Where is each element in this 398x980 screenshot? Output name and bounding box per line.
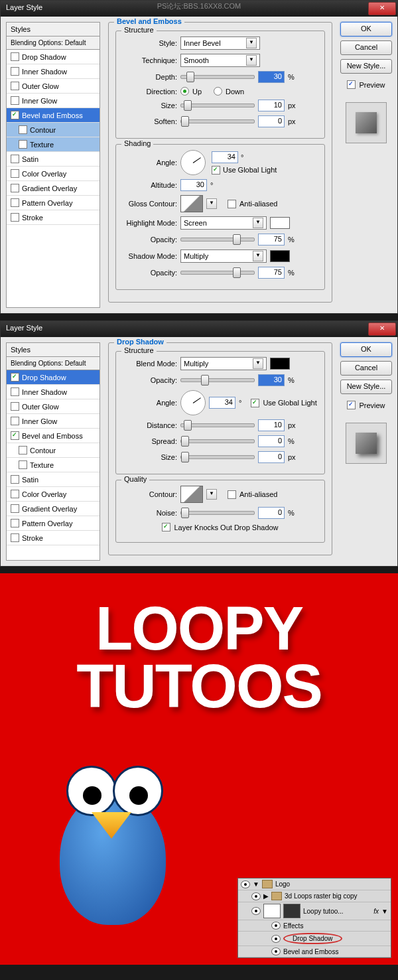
blend-mode-dropdown[interactable]: Multiply▼ [180,357,267,370]
style-checkbox[interactable] [19,460,27,469]
mask-thumbnail[interactable] [283,904,300,918]
style-checkbox[interactable] [11,387,19,396]
soften-slider[interactable] [180,119,255,123]
soften-input[interactable]: 0 [258,115,285,127]
disclosure-triangle-icon[interactable]: ▼ [253,880,259,888]
style-item-drop-shadow[interactable]: Drop Shadow [7,370,100,385]
disclosure-triangle-icon[interactable]: ▶ [263,892,269,900]
noise-input[interactable]: 0 [258,507,285,519]
angle-input[interactable]: 34 [212,151,238,163]
antialiased-checkbox[interactable] [228,490,236,499]
size-input[interactable]: 10 [258,100,285,111]
style-checkbox[interactable] [11,155,19,163]
effect-bevel-emboss[interactable]: Bevel and Emboss [238,946,391,957]
distance-input[interactable]: 10 [258,419,285,431]
style-item-inner-glow[interactable]: Inner Glow [7,414,100,429]
style-checkbox[interactable] [11,111,19,119]
size-input[interactable]: 0 [258,451,285,463]
shadow-color-swatch[interactable] [270,250,290,262]
cancel-button[interactable]: Cancel [340,40,392,55]
gloss-contour-picker[interactable] [180,195,203,212]
ok-button[interactable]: OK [340,342,392,357]
styles-header[interactable]: Styles [7,343,100,357]
down-radio[interactable] [214,87,222,96]
effects-row[interactable]: Effects [238,920,391,932]
blending-options[interactable]: Blending Options: Default [7,36,100,50]
style-checkbox[interactable] [11,519,19,527]
style-item-bevel-and-emboss[interactable]: Bevel and Emboss [7,429,100,443]
style-checkbox[interactable] [11,82,19,90]
style-checkbox[interactable] [11,169,19,178]
style-checkbox[interactable] [19,125,27,134]
style-checkbox[interactable] [11,504,19,513]
preview-checkbox[interactable] [347,80,356,89]
style-dropdown[interactable]: Inner Bevel▼ [180,36,260,50]
style-item-satin[interactable]: Satin [7,152,100,167]
highlight-mode-dropdown[interactable]: Screen▼ [180,216,267,230]
style-checkbox[interactable] [11,96,19,105]
style-checkbox[interactable] [11,67,19,76]
cancel-button[interactable]: Cancel [340,361,392,376]
style-item-texture[interactable]: Texture [7,137,100,152]
style-checkbox[interactable] [19,446,27,455]
depth-input[interactable]: 30 [258,71,285,83]
knocks-out-checkbox[interactable] [162,523,170,531]
blending-options[interactable]: Blending Options: Default [7,357,100,370]
style-checkbox[interactable] [11,52,19,61]
angle-control[interactable] [180,150,206,175]
style-item-texture[interactable]: Texture [7,458,100,472]
fx-badge[interactable]: fx [373,908,379,915]
altitude-input[interactable]: 30 [180,179,207,191]
style-item-gradient-overlay[interactable]: Gradient Overlay [7,502,100,516]
global-light-checkbox[interactable] [251,399,259,407]
shadow-opacity-slider[interactable] [180,271,255,275]
style-checkbox[interactable] [11,490,19,498]
technique-dropdown[interactable]: Smooth▼ [180,54,260,67]
style-item-color-overlay[interactable]: Color Overlay [7,167,100,181]
ok-button[interactable]: OK [340,22,392,36]
style-item-stroke[interactable]: Stroke [7,531,100,545]
style-checkbox[interactable] [19,140,27,149]
style-item-contour[interactable]: Contour [7,123,100,137]
style-item-drop-shadow[interactable]: Drop Shadow [7,50,100,64]
angle-control[interactable] [180,390,206,415]
style-item-pattern-overlay[interactable]: Pattern Overlay [7,516,100,531]
highlight-opacity-input[interactable]: 75 [258,234,285,245]
spread-slider[interactable] [180,439,255,443]
layer-thumbnail[interactable] [263,904,281,918]
visibility-icon[interactable] [251,907,261,915]
visibility-icon[interactable] [271,935,281,943]
new-style-button[interactable]: New Style... [340,59,392,74]
visibility-icon[interactable] [271,947,281,955]
highlight-color-swatch[interactable] [270,217,290,229]
size-slider[interactable] [180,455,255,459]
shadow-opacity-input[interactable]: 75 [258,267,285,279]
preview-checkbox[interactable] [347,401,356,409]
chevron-down-icon[interactable]: ▼ [206,489,217,500]
distance-slider[interactable] [180,423,255,427]
style-checkbox[interactable] [11,533,19,542]
style-checkbox[interactable] [11,373,19,382]
shadow-color-swatch[interactable] [270,358,290,370]
angle-input[interactable]: 34 [209,397,235,409]
style-item-outer-glow[interactable]: Outer Glow [7,79,100,94]
style-item-pattern-overlay[interactable]: Pattern Overlay [7,196,100,210]
style-item-inner-glow[interactable]: Inner Glow [7,94,100,108]
size-slider[interactable] [180,104,255,107]
opacity-input[interactable]: 30 [258,374,285,386]
style-checkbox[interactable] [11,184,19,192]
contour-picker[interactable] [180,486,203,503]
opacity-slider[interactable] [180,378,255,382]
style-item-bevel-and-emboss[interactable]: Bevel and Emboss [7,108,100,123]
noise-slider[interactable] [180,511,255,515]
depth-slider[interactable] [180,75,255,79]
layer-row[interactable]: ▼Logo [238,878,391,890]
close-button[interactable]: ✕ [368,322,396,336]
style-checkbox[interactable] [11,431,19,440]
highlight-opacity-slider[interactable] [180,238,255,242]
style-checkbox[interactable] [11,475,19,484]
disclosure-triangle-icon[interactable]: ▼ [381,908,388,915]
up-radio[interactable] [180,87,189,96]
style-item-satin[interactable]: Satin [7,472,100,487]
style-item-contour[interactable]: Contour [7,443,100,458]
